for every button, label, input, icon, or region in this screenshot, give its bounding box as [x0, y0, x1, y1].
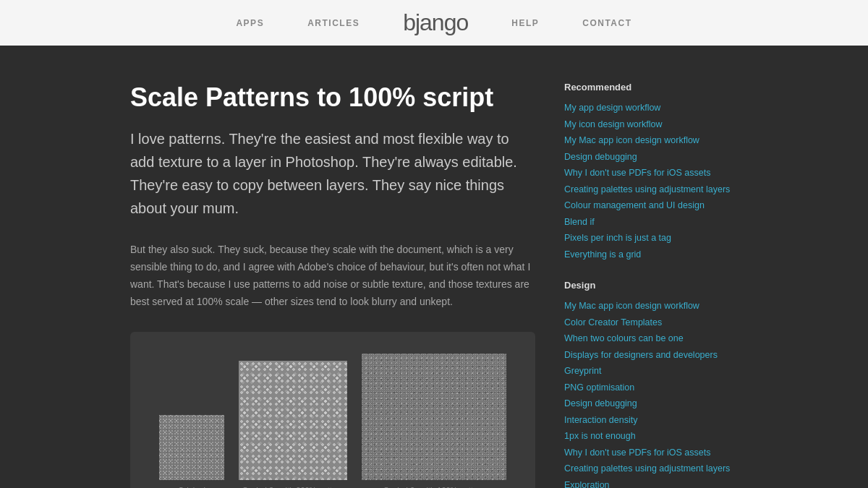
pattern-original: Original: [159, 415, 224, 488]
sidebar-link[interactable]: Why I don't use PDFs for iOS assets: [564, 165, 731, 181]
sidebar-link[interactable]: Everything is a grid: [564, 247, 731, 263]
pattern-comparison: Original Scaled 2x with 200% pattern Sca…: [130, 332, 535, 488]
article-body: But they also suck. They suck, because t…: [130, 241, 535, 310]
sidebar: Recommended My app design workflow My ic…: [564, 82, 731, 488]
header: APPS ARTICLES bjango HELP CONTACT: [0, 0, 868, 46]
main-nav: APPS ARTICLES bjango HELP CONTACT: [236, 9, 631, 36]
site-logo[interactable]: bjango: [403, 9, 468, 36]
pattern-image-100: [362, 354, 506, 480]
pattern-100: Scaled 2x with 100% pattern: [362, 354, 506, 488]
sidebar-link[interactable]: Creating palettes using adjustment layer…: [564, 181, 731, 198]
sidebar-heading-design: Design: [564, 280, 731, 291]
sidebar-link[interactable]: Design debugging: [564, 149, 731, 166]
pattern-image-original: [159, 415, 224, 480]
nav-articles-link[interactable]: ARTICLES: [307, 18, 359, 28]
sidebar-link[interactable]: My Mac app icon design workflow: [564, 132, 731, 149]
sidebar-link[interactable]: Pixels per inch is just a tag: [564, 230, 731, 247]
article-intro: I love patterns. They're the easiest and…: [130, 127, 535, 220]
sidebar-link[interactable]: Displays for designers and developers: [564, 347, 731, 364]
sidebar-link[interactable]: Color Creator Templates: [564, 314, 731, 331]
sidebar-link[interactable]: Design debugging: [564, 395, 731, 412]
main-content: Scale Patterns to 100% script I love pat…: [0, 46, 868, 488]
sidebar-link[interactable]: Greyprint: [564, 363, 731, 380]
sidebar-link[interactable]: Blend if: [564, 214, 731, 231]
article-content: Scale Patterns to 100% script I love pat…: [130, 82, 535, 488]
sidebar-link[interactable]: My Mac app icon design workflow: [564, 298, 731, 314]
sidebar-link[interactable]: Colour management and UI design: [564, 197, 731, 214]
article-title: Scale Patterns to 100% script: [130, 82, 535, 113]
sidebar-heading-recommended: Recommended: [564, 82, 731, 93]
sidebar-link[interactable]: Interaction density: [564, 412, 731, 429]
sidebar-link[interactable]: My app design workflow: [564, 100, 731, 116]
sidebar-link[interactable]: When two colours can be one: [564, 330, 731, 347]
sidebar-section-recommended: Recommended My app design workflow My ic…: [564, 82, 731, 262]
sidebar-link[interactable]: Exploration: [564, 477, 731, 489]
nav-help-link[interactable]: HELP: [511, 18, 539, 28]
pattern-200: Scaled 2x with 200% pattern: [239, 361, 347, 488]
sidebar-link[interactable]: Creating palettes using adjustment layer…: [564, 461, 731, 477]
nav-contact-link[interactable]: CONTACT: [582, 18, 631, 28]
pattern-image-200: [239, 361, 347, 480]
nav-apps-link[interactable]: APPS: [236, 18, 264, 28]
sidebar-link[interactable]: My icon design workflow: [564, 116, 731, 133]
sidebar-link[interactable]: Why I don't use PDFs for iOS assets: [564, 445, 731, 461]
sidebar-link[interactable]: PNG optimisation: [564, 380, 731, 396]
sidebar-link[interactable]: 1px is not enough: [564, 428, 731, 445]
sidebar-section-design: Design My Mac app icon design workflow C…: [564, 280, 731, 488]
